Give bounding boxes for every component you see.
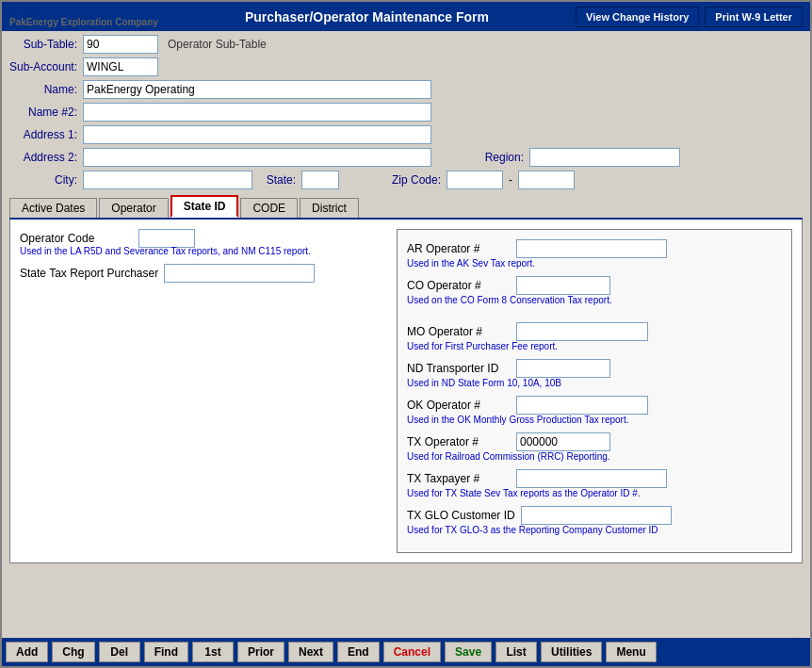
end-button[interactable]: End	[337, 642, 380, 662]
add-button[interactable]: Add	[6, 642, 48, 662]
print-w9-button[interactable]: Print W-9 Letter	[705, 7, 803, 27]
state-tax-input[interactable]	[164, 264, 315, 283]
co-desc: Used on the CO Form 8 Conservation Tax r…	[407, 295, 782, 305]
list-button[interactable]: List	[495, 642, 537, 662]
first-button[interactable]: 1st	[192, 642, 234, 662]
name-input[interactable]	[83, 80, 431, 99]
mo-operator-input[interactable]	[516, 322, 648, 341]
tab-active-dates[interactable]: Active Dates	[9, 198, 97, 218]
tx-taxpayer-desc: Used for TX State Sev Tax reports as the…	[407, 488, 782, 498]
state-label: State:	[258, 173, 296, 187]
prior-button[interactable]: Prior	[237, 642, 284, 662]
region-label: Region:	[456, 151, 524, 164]
tab-district[interactable]: District	[300, 198, 359, 218]
menu-button[interactable]: Menu	[606, 642, 656, 662]
ar-operator-label: AR Operator #	[407, 242, 511, 255]
zip-label: Zip Code:	[373, 173, 441, 187]
tab-state-id[interactable]: State ID	[171, 195, 239, 218]
address1-label: Address 1:	[9, 128, 77, 141]
ok-operator-label: OK Operator #	[407, 399, 511, 412]
app-name: WINGL	[9, 6, 158, 17]
zip-input1[interactable]	[447, 171, 503, 189]
zip-input2[interactable]	[518, 171, 575, 189]
sub-account-label: Sub-Account:	[9, 60, 77, 73]
ar-operator-input[interactable]	[516, 239, 667, 258]
address2-input[interactable]	[83, 148, 431, 167]
company-name: PakEnergy Exploration Company	[9, 17, 158, 27]
operator-code-input[interactable]	[138, 229, 195, 248]
name2-label: Name #2:	[9, 106, 77, 119]
view-change-history-button[interactable]: View Change History	[576, 7, 699, 27]
tab-operator[interactable]: Operator	[99, 198, 168, 218]
nd-desc: Used in ND State Form 10, 10A, 10B	[407, 378, 782, 388]
ar-desc: Used in the AK Sev Tax report.	[407, 258, 782, 269]
sub-table-desc: Operator Sub-Table	[168, 38, 267, 51]
co-operator-input[interactable]	[516, 276, 610, 295]
ok-operator-input[interactable]	[516, 396, 648, 415]
cancel-button[interactable]: Cancel	[383, 642, 441, 662]
nd-transporter-input[interactable]	[516, 359, 610, 378]
tx-operator-label: TX Operator #	[407, 435, 511, 448]
sub-table-input[interactable]	[83, 35, 158, 54]
tx-glo-desc: Used for TX GLO-3 as the Reporting Compa…	[407, 525, 782, 535]
region-input[interactable]	[529, 148, 680, 167]
form-title: Purchaser/Operator Maintenance Form	[245, 9, 489, 24]
nd-transporter-label: ND Transporter ID	[407, 362, 511, 375]
save-button[interactable]: Save	[445, 642, 492, 662]
name-label: Name:	[9, 83, 77, 96]
tx-operator-input[interactable]	[516, 432, 610, 451]
operator-code-desc: Used in the LA R5D and Severance Tax rep…	[20, 246, 378, 256]
del-button[interactable]: Del	[99, 642, 140, 662]
city-label: City:	[9, 173, 77, 187]
sub-table-label: Sub-Table:	[9, 38, 77, 51]
sub-account-input[interactable]	[83, 57, 158, 76]
address2-label: Address 2:	[9, 151, 77, 164]
find-button[interactable]: Find	[144, 642, 188, 662]
mo-desc: Used for First Purchaser Fee report.	[407, 341, 782, 351]
mo-operator-label: MO Operator #	[407, 325, 511, 338]
co-operator-label: CO Operator #	[407, 279, 511, 292]
operator-code-label: Operator Code	[20, 232, 133, 245]
zip-dash: -	[509, 173, 512, 187]
tab-code[interactable]: CODE	[240, 198, 298, 218]
tx-glo-input[interactable]	[521, 506, 672, 525]
city-input[interactable]	[83, 171, 252, 189]
state-tax-label: State Tax Report Purchaser	[20, 267, 158, 280]
tx-taxpayer-input[interactable]	[516, 469, 667, 488]
ok-desc: Used in the OK Monthly Gross Production …	[407, 415, 782, 425]
utilities-button[interactable]: Utilities	[541, 642, 602, 662]
tx-glo-label: TX GLO Customer ID	[407, 509, 515, 522]
tx-taxpayer-label: TX Taxpayer #	[407, 472, 511, 485]
title-bar: WINGL PakEnergy Exploration Company Purc…	[2, 2, 810, 31]
address1-input[interactable]	[83, 125, 431, 144]
name2-input[interactable]	[83, 103, 431, 122]
chg-button[interactable]: Chg	[52, 642, 94, 662]
state-input[interactable]	[301, 171, 339, 189]
tx-desc: Used for Railroad Commission (RRC) Repor…	[407, 451, 782, 462]
next-button[interactable]: Next	[288, 642, 333, 662]
